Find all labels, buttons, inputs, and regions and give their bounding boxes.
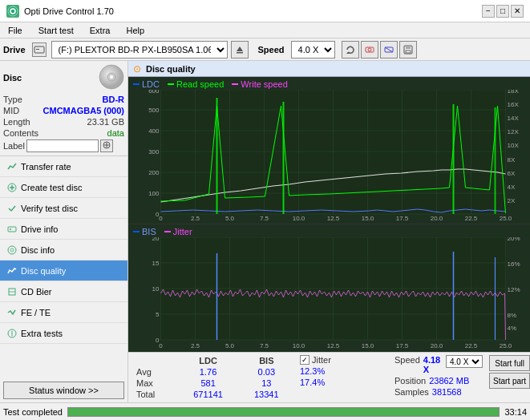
avg-speed-value: 4.18 X xyxy=(423,355,443,374)
start-part-button[interactable]: Start part xyxy=(489,373,530,389)
eject-button[interactable] xyxy=(231,41,249,59)
ldc-chart-legend: LDC Read speed Write speed xyxy=(131,79,527,90)
scan-button[interactable] xyxy=(361,41,378,59)
svg-text:2X: 2X xyxy=(508,197,516,204)
progress-bar-fill xyxy=(68,408,499,416)
speed-select-stats[interactable]: 4.0 X xyxy=(446,355,483,368)
svg-text:5.0: 5.0 xyxy=(225,342,235,349)
progress-bar xyxy=(67,407,500,417)
menu-start-test[interactable]: Start test xyxy=(34,24,79,37)
total-bis: 13341 xyxy=(240,389,293,400)
disc-quality-label: Disc quality xyxy=(21,266,66,276)
sidebar-item-transfer-rate[interactable]: Transfer rate xyxy=(0,156,127,177)
max-ldc: 581 xyxy=(177,378,240,389)
svg-point-8 xyxy=(368,48,371,51)
erase-button[interactable] xyxy=(380,41,398,59)
svg-text:2.5: 2.5 xyxy=(191,342,200,349)
samples-label: Samples xyxy=(394,387,429,397)
disc-section-title: Disc xyxy=(3,73,22,83)
sidebar-item-drive-info[interactable]: Drive info xyxy=(0,219,127,240)
maximize-button[interactable]: □ xyxy=(496,5,509,18)
sidebar-item-disc-quality[interactable]: Disc quality xyxy=(0,260,127,281)
ldc-chart-svg: 0 100 200 300 400 500 600 18X 16X 14X 12… xyxy=(131,90,527,222)
transfer-rate-label: Transfer rate xyxy=(21,162,71,172)
main-area: Disc Type xyxy=(0,61,530,402)
extra-tests-label: Extra tests xyxy=(21,329,63,338)
jitter-label: Jitter xyxy=(312,355,331,365)
app-logo xyxy=(6,5,19,18)
disc-header: Disc xyxy=(3,64,124,91)
start-full-button[interactable]: Start full xyxy=(489,355,530,371)
svg-text:0: 0 xyxy=(159,215,163,222)
svg-point-0 xyxy=(8,6,18,16)
disc-section: Disc Type xyxy=(0,61,127,156)
disc-label-button[interactable] xyxy=(100,139,113,152)
svg-text:500: 500 xyxy=(148,107,160,114)
svg-text:20.0: 20.0 xyxy=(431,215,443,222)
svg-text:17.5: 17.5 xyxy=(396,342,409,349)
svg-text:10.0: 10.0 xyxy=(293,342,305,349)
drive-action-icons xyxy=(342,41,417,59)
svg-text:7.5: 7.5 xyxy=(260,342,269,349)
svg-text:20%: 20% xyxy=(508,237,520,242)
speed-label-static: Speed xyxy=(394,355,420,374)
sidebar-item-disc-info[interactable]: Disc info xyxy=(0,240,127,260)
minimize-button[interactable]: − xyxy=(482,5,495,18)
svg-text:8X: 8X xyxy=(508,156,516,164)
speed-row: Speed 4.18 X 4.0 X xyxy=(394,355,483,374)
sidebar-item-verify-test-disc[interactable]: Verify test disc xyxy=(0,198,127,219)
max-label: Max xyxy=(133,378,177,389)
charts-area: LDC Read speed Write speed xyxy=(128,77,530,352)
mid-value: CMCMAGBA5 (000) xyxy=(43,106,124,115)
fe-te-label: FE / TE xyxy=(21,308,51,317)
avg-ldc: 1.76 xyxy=(177,366,240,378)
sidebar-item-extra-tests[interactable]: Extra tests xyxy=(0,323,127,344)
sidebar-item-create-test-disc[interactable]: Create test disc xyxy=(0,177,127,198)
svg-text:100: 100 xyxy=(148,190,160,197)
drive-info-icon xyxy=(6,224,18,235)
disc-label-row: Label xyxy=(3,139,124,152)
close-button[interactable]: ✕ xyxy=(511,5,524,18)
drive-selector[interactable]: (F:) PLEXTOR BD-R PX-LB950SA 1.06 xyxy=(51,41,228,59)
extra-tests-icon xyxy=(6,328,18,339)
length-value: 23.31 GB xyxy=(87,117,124,127)
svg-rect-23 xyxy=(8,227,16,232)
speed-section: Speed 4.18 X 4.0 X Position 23862 MB Sam… xyxy=(394,355,483,397)
menu-file[interactable]: File xyxy=(3,24,27,37)
refresh-button[interactable] xyxy=(342,41,359,59)
disc-info-icon xyxy=(6,244,18,256)
svg-text:5.0: 5.0 xyxy=(225,215,235,222)
disc-graphic xyxy=(99,64,124,91)
bis-chart-svg: 0 5 10 15 20 20% 16% 12% 8% 4% 0 2.5 5.0… xyxy=(131,237,527,349)
ldc-legend-item: LDC xyxy=(133,79,160,89)
speed-selector[interactable]: 4.0 X xyxy=(291,41,335,59)
status-time: 33:14 xyxy=(504,407,527,417)
sidebar: Disc Type xyxy=(0,61,128,402)
app-title: Opti Drive Control 1.70 xyxy=(24,6,114,16)
write-speed-legend-item: Write speed xyxy=(232,79,288,89)
svg-text:300: 300 xyxy=(148,148,160,155)
svg-line-10 xyxy=(385,47,393,52)
jitter-checkbox[interactable]: ✓ xyxy=(300,355,310,365)
save-button[interactable] xyxy=(399,41,417,59)
col-header-bis: BIS xyxy=(240,355,293,366)
type-label: Type xyxy=(3,95,22,104)
svg-text:7.5: 7.5 xyxy=(260,215,269,222)
svg-text:8%: 8% xyxy=(508,312,517,319)
svg-text:16%: 16% xyxy=(508,260,520,268)
sidebar-item-cd-bier[interactable]: CD Bier xyxy=(0,281,127,302)
disc-quality-header: ⊙ Disc quality xyxy=(128,61,530,77)
drive-icon xyxy=(32,42,47,57)
svg-text:10X: 10X xyxy=(508,142,520,149)
avg-label: Avg xyxy=(133,366,177,378)
menu-extra[interactable]: Extra xyxy=(85,24,115,37)
menu-help[interactable]: Help xyxy=(121,24,149,37)
sidebar-item-fe-te[interactable]: FE / TE xyxy=(0,302,127,323)
disc-label-input[interactable] xyxy=(26,139,99,152)
status-window-button[interactable]: Status window >> xyxy=(3,382,124,399)
svg-point-26 xyxy=(10,248,14,252)
stats-avg-row: Avg 1.76 0.03 xyxy=(133,366,293,378)
titlebar-controls: − □ ✕ xyxy=(482,5,524,18)
jitter-legend-item: Jitter xyxy=(164,227,192,236)
position-value: 23862 MB xyxy=(429,376,469,386)
